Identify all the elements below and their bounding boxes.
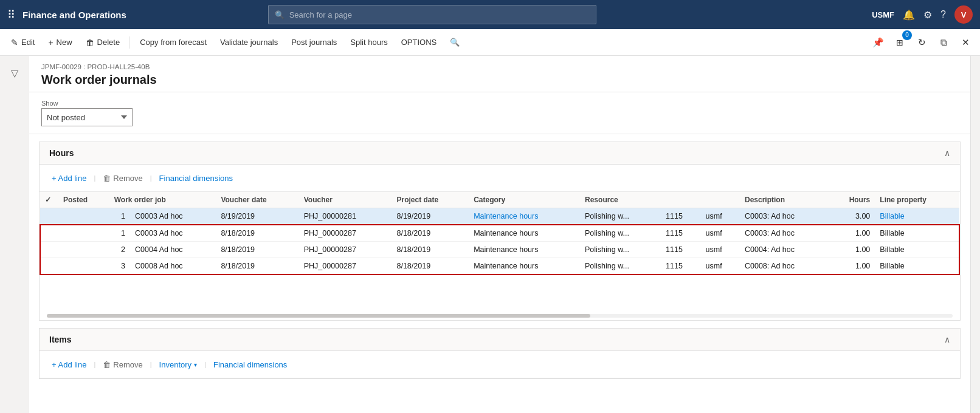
row-resource: Polishing w... [580,208,661,225]
hours-financial-dimensions-button[interactable]: Financial dimensions [154,169,238,186]
hours-remove-button[interactable]: 🗑 Remove [98,169,147,186]
row-num: 3 [109,258,130,275]
hours-section-title: Hours [49,148,74,158]
row-check [40,242,58,258]
command-bar: ✎ Edit + New 🗑 Delete Copy from forecast… [0,29,980,56]
office-icon[interactable]: ⊞ 0 [890,33,909,52]
row-project-date: 8/18/2019 [392,242,469,258]
scroll-indicator[interactable] [40,312,960,320]
page-header: JPMF-00029 : PROD-HALL25-40B Work order … [29,56,970,92]
col-hours-header: Hours [829,192,875,208]
row-voucher: PHJ_00000287 [299,258,392,275]
hours-add-line-button[interactable]: + Add line [47,169,91,186]
row-voucher: PHJ_00000281 [299,208,392,225]
show-filter: Show Not posted Posted All [41,100,133,126]
row-hours: 3.00 [829,208,875,225]
row-col1: 1115 [661,208,701,225]
col-voucher-header: Voucher [299,192,392,208]
row-hours: 1.00 [829,258,875,275]
items-inventory-button[interactable]: Inventory ▾ [154,356,202,373]
row-project-date: 8/19/2019 [392,208,469,225]
table-row[interactable]: 2C0004 Ad hoc8/18/2019PHJ_000002878/18/2… [40,242,959,258]
show-select[interactable]: Not posted Posted All [41,108,133,126]
search-icon: 🔍 [275,10,285,19]
inventory-chevron-icon: ▾ [194,361,197,368]
table-row[interactable]: 1C0003 Ad hoc8/18/2019PHJ_000002878/18/2… [40,225,959,242]
items-section: Items ∧ + Add line | 🗑 Remove | Inventor… [39,328,961,379]
hours-collapse-icon[interactable]: ∧ [944,148,950,158]
avatar[interactable]: V [954,5,973,24]
row-col1: 1115 [661,225,701,242]
show-label: Show [41,100,133,107]
row-voucher-date: 8/18/2019 [216,225,298,242]
refresh-icon[interactable]: ↻ [912,33,931,52]
options-button[interactable]: OPTIONS [395,33,443,52]
items-trash-icon: 🗑 [103,360,111,369]
top-navbar: ⠿ Finance and Operations 🔍 USMF 🔔 ⚙ ? V [0,0,980,29]
search-cmd-icon[interactable]: 🔍 [444,33,466,52]
hours-table-body: 1C0003 Ad hoc8/19/2019PHJ_000002818/19/2… [40,208,959,275]
row-resource: Polishing w... [580,258,661,275]
row-work-order: C0003 Ad hoc [130,208,216,225]
copy-from-forecast-button[interactable]: Copy from forecast [134,33,213,52]
row-line-property: Billable [875,225,959,242]
app-grid-icon[interactable]: ⠿ [7,8,15,21]
row-line-property: Billable [875,208,959,225]
notifications-icon[interactable]: 🔔 [903,9,915,21]
search-bar[interactable]: 🔍 [268,5,596,24]
row-col1: 1115 [661,258,701,275]
row-check [40,258,58,275]
table-row[interactable]: 3C0008 Ad hoc8/18/2019PHJ_000002878/18/2… [40,258,959,275]
settings-icon[interactable]: ⚙ [923,9,932,21]
breadcrumb: JPMF-00029 : PROD-HALL25-40B [41,63,958,70]
col-line-property-header: Line property [875,192,959,208]
hours-table-scroll[interactable]: ✓ Posted Work order job Voucher date Vou… [40,192,960,275]
pin-icon[interactable]: 📌 [868,33,888,52]
row-description: C0003: Ad hoc [740,208,829,225]
page-area: JPMF-00029 : PROD-HALL25-40B Work order … [29,56,970,413]
row-project-date: 8/18/2019 [392,258,469,275]
plus-icon: + [48,38,53,47]
items-add-line-button[interactable]: + Add line [47,356,91,373]
new-button[interactable]: + New [42,33,78,52]
col-blank-header [701,192,740,208]
popout-icon[interactable]: ⧉ [934,33,953,52]
row-posted [58,208,109,225]
help-icon[interactable]: ? [940,9,946,20]
row-category[interactable]: Maintenance hours [469,208,580,225]
delete-button[interactable]: 🗑 Delete [80,33,126,52]
post-journals-button[interactable]: Post journals [285,33,343,52]
col-check: ✓ [40,192,58,208]
row-category: Maintenance hours [469,225,580,242]
edit-button[interactable]: ✎ Edit [5,33,41,52]
split-hours-button[interactable]: Split hours [344,33,393,52]
close-icon[interactable]: ✕ [956,33,975,52]
nav-right: USMF 🔔 ⚙ ? V [872,5,973,24]
items-collapse-icon[interactable]: ∧ [944,335,950,344]
col-posted-header: Posted [58,192,109,208]
items-financial-dimensions-button[interactable]: Financial dimensions [209,356,292,373]
search-input[interactable] [289,10,590,19]
filter-section: Show Not posted Posted All [29,92,970,134]
table-row[interactable]: 1C0003 Ad hoc8/19/2019PHJ_000002818/19/2… [40,208,959,225]
row-line-property: Billable [875,242,959,258]
items-remove-button[interactable]: 🗑 Remove [98,356,147,373]
col-description-header: Description [740,192,829,208]
hours-table-toolbar: + Add line | 🗑 Remove | Financial dimens… [40,165,960,192]
row-resource: Polishing w... [580,242,661,258]
row-line-property: Billable [875,258,959,275]
bottom-spacer [29,386,970,406]
row-col2: usmf [701,225,740,242]
col-work-order-job-header: Work order job [109,192,216,208]
row-voucher-date: 8/18/2019 [216,258,298,275]
row-voucher-date: 8/18/2019 [216,242,298,258]
user-label: USMF [872,10,894,19]
row-num: 1 [109,208,130,225]
right-sidebar[interactable] [970,56,980,413]
row-hours: 1.00 [829,242,875,258]
row-resource: Polishing w... [580,225,661,242]
row-num: 2 [109,242,130,258]
left-sidebar: ▽ [0,56,29,413]
filter-sidebar-icon[interactable]: ▽ [4,62,26,84]
validate-journals-button[interactable]: Validate journals [214,33,284,52]
